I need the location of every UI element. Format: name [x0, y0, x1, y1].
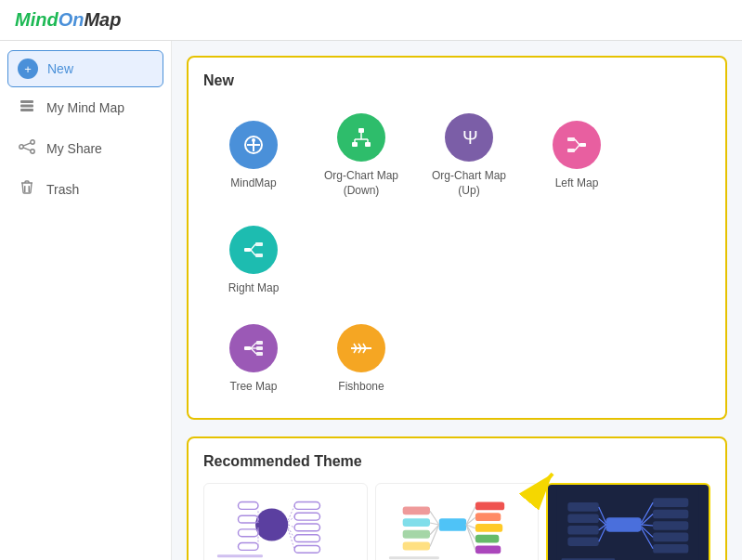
map-item-fishbone[interactable]: Fishbone [311, 313, 411, 404]
sidebar: + New My Mind Map My Share Trash [0, 41, 172, 560]
svg-line-7 [23, 148, 31, 150]
mindmap-icon [229, 121, 278, 169]
map-item-mindmap[interactable]: MindMap [203, 102, 304, 207]
svg-rect-91 [653, 522, 688, 531]
svg-point-13 [252, 138, 255, 142]
logo-on: On [59, 9, 85, 31]
org-up-label: Org-Chart Map (Up) [426, 169, 512, 198]
logo-mind: Mind [15, 9, 59, 31]
map-grid-row2: Tree Map Fishbone [203, 313, 710, 404]
theme-card-3[interactable] [546, 483, 710, 560]
sidebar-item-my-mind-map[interactable]: My Mind Map [0, 87, 171, 128]
sidebar-item-new[interactable]: + New [7, 50, 163, 87]
svg-rect-71 [475, 546, 501, 554]
share-icon [17, 137, 37, 160]
map-item-left[interactable]: Left Map [527, 102, 627, 207]
svg-rect-90 [653, 510, 688, 519]
svg-line-84 [430, 525, 439, 546]
map-item-org-up[interactable]: Ψ Org-Chart Map (Up) [419, 102, 519, 207]
map-item-right[interactable]: Right Map [203, 215, 304, 306]
svg-rect-0 [20, 100, 33, 103]
map-item-tree[interactable]: Tree Map [203, 313, 304, 404]
tree-map-icon [229, 324, 278, 372]
sidebar-item-my-share[interactable]: My Share [0, 128, 171, 169]
svg-line-30 [251, 244, 255, 250]
svg-rect-93 [653, 544, 688, 553]
new-icon: + [18, 59, 38, 79]
svg-line-31 [251, 250, 255, 255]
svg-rect-15 [352, 142, 358, 147]
svg-rect-95 [568, 514, 599, 524]
svg-rect-16 [365, 142, 371, 147]
svg-rect-52 [238, 502, 258, 510]
svg-rect-9 [29, 186, 31, 192]
svg-rect-34 [256, 346, 263, 350]
content: New MindMap Org-Chart Map(Down) [172, 41, 742, 560]
svg-rect-72 [402, 507, 429, 515]
svg-line-25 [575, 139, 579, 145]
svg-rect-55 [238, 543, 258, 551]
svg-line-36 [251, 343, 256, 348]
svg-line-57 [288, 517, 294, 523]
fishbone-icon [337, 324, 385, 372]
svg-rect-51 [294, 546, 319, 553]
sidebar-item-trash[interactable]: Trash [0, 169, 171, 210]
svg-rect-24 [567, 149, 575, 152]
theme-card-1[interactable] [203, 483, 368, 560]
svg-rect-14 [358, 128, 364, 133]
org-up-icon: Ψ [445, 113, 493, 162]
svg-rect-53 [238, 516, 258, 524]
svg-rect-75 [402, 542, 429, 551]
trash-icon [17, 178, 37, 201]
mindmap-label: MindMap [230, 176, 276, 191]
svg-rect-22 [579, 143, 586, 147]
theme-card-2[interactable] [375, 483, 540, 560]
sidebar-item-trash-label: Trash [46, 182, 79, 197]
svg-rect-69 [475, 524, 502, 532]
org-down-icon [337, 113, 385, 162]
main-layout: + New My Mind Map My Share Trash [0, 41, 742, 560]
map-item-org-down[interactable]: Org-Chart Map(Down) [311, 102, 411, 207]
svg-line-85 [384, 484, 389, 559]
svg-line-38 [251, 348, 256, 354]
svg-rect-73 [402, 519, 429, 527]
svg-rect-54 [238, 529, 258, 537]
svg-rect-2 [20, 109, 33, 111]
org-down-label: Org-Chart Map(Down) [324, 169, 398, 198]
svg-rect-8 [24, 186, 26, 192]
svg-rect-96 [568, 526, 599, 535]
left-map-label: Left Map [555, 176, 599, 191]
map-grid: MindMap Org-Chart Map(Down) Ψ Org-Chart … [203, 102, 710, 306]
svg-rect-27 [244, 248, 251, 252]
svg-rect-66 [438, 519, 465, 532]
new-section-title: New [203, 72, 710, 89]
svg-point-5 [31, 150, 34, 153]
svg-rect-86 [389, 557, 439, 560]
svg-rect-32 [244, 346, 251, 350]
svg-rect-1 [20, 105, 33, 108]
header: MindOnMap [0, 0, 742, 41]
svg-rect-23 [567, 137, 575, 141]
fishbone-label: Fishbone [338, 380, 384, 395]
svg-text:Ψ: Ψ [462, 127, 478, 148]
right-map-label: Right Map [228, 281, 280, 296]
svg-rect-89 [653, 499, 688, 508]
sidebar-item-my-share-label: My Share [46, 141, 102, 156]
svg-rect-94 [568, 502, 599, 512]
svg-rect-65 [217, 555, 263, 558]
svg-rect-29 [255, 254, 263, 257]
svg-rect-28 [255, 242, 263, 246]
svg-line-83 [430, 525, 439, 535]
svg-line-6 [23, 143, 31, 146]
svg-rect-50 [294, 535, 319, 542]
svg-line-60 [288, 529, 294, 550]
svg-line-76 [466, 507, 475, 526]
svg-line-58 [288, 525, 294, 527]
mind-map-icon [17, 97, 37, 119]
svg-line-56 [288, 506, 294, 521]
tree-map-label: Tree Map [230, 380, 278, 395]
svg-rect-88 [606, 518, 642, 532]
theme-grid [203, 483, 710, 560]
svg-point-46 [255, 509, 288, 541]
svg-point-4 [31, 140, 34, 144]
